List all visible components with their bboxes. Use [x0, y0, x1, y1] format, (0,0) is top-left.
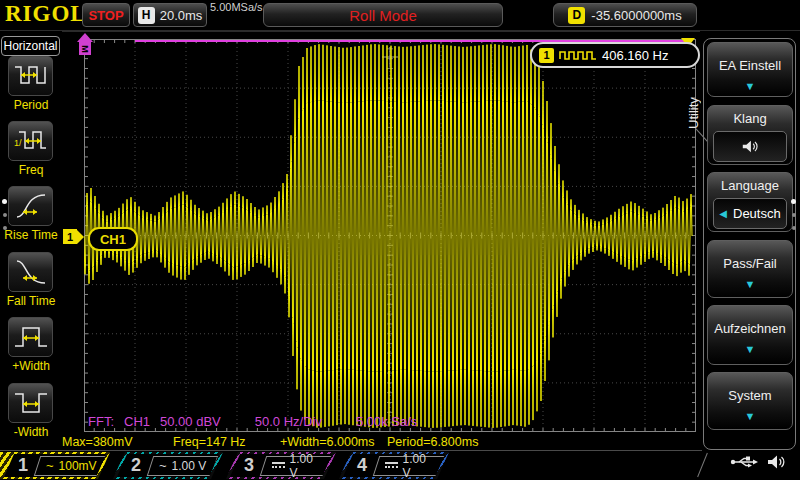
right-menu-page-dots	[791, 199, 796, 230]
fall-time-icon	[8, 252, 53, 292]
ch1-scale: 100mV	[59, 459, 97, 473]
measurement-pos-width: +Width=6.000ms	[280, 435, 375, 449]
math-trace-marker[interactable]: M	[76, 33, 94, 55]
ch2-scale: 1.00 V	[172, 459, 207, 473]
waveform-display	[84, 39, 696, 432]
ac-coupling-icon: ~	[46, 461, 54, 471]
speaker-icon	[741, 139, 759, 154]
run-stop-status[interactable]: STOP	[82, 3, 130, 27]
measurement-menu-title: Horizontal	[1, 36, 60, 56]
language-selector[interactable]: Deutsch	[713, 198, 787, 229]
trigger-source-icon: 1	[539, 48, 554, 63]
ch1-label-badge[interactable]: CH1	[88, 227, 138, 251]
top-status-bar: RIGOL STOP H 20.0ms 5.00MSa/s Roll Mode …	[0, 0, 800, 32]
left-menu-page-dots	[2, 199, 7, 230]
delay-value: -35.6000000ms	[591, 8, 681, 23]
measurement-period: Period=6.800ms	[387, 435, 478, 449]
freq-icon: 1/	[8, 121, 53, 161]
menu-item-neg-width[interactable]: -Width	[0, 383, 62, 443]
sound-toggle[interactable]	[713, 131, 787, 162]
pos-width-icon	[8, 317, 53, 357]
ch2-status[interactable]: 2 ~ 1.00 V	[113, 452, 223, 479]
ch3-status[interactable]: 3 1.00 V	[226, 452, 336, 479]
timebase-value: 20.0ms	[160, 8, 203, 23]
ch1-position-marker[interactable]: 1	[63, 229, 84, 244]
menu-item-pos-width[interactable]: +Width	[0, 317, 62, 377]
measurement-freq: Freq=147 Hz	[173, 435, 246, 449]
ch4-scale: 1.00 V	[403, 452, 436, 480]
ch3-scale: 1.00 V	[290, 452, 323, 480]
menu-button-ea-einstell[interactable]: EA Einstell	[707, 42, 793, 97]
acquisition-mode-indicator[interactable]: Roll Mode	[263, 3, 503, 27]
dc-coupling-icon	[272, 461, 285, 470]
menu-button-system[interactable]: System	[707, 372, 793, 430]
ac-coupling-icon: ~	[159, 461, 167, 471]
delay-key-icon: D	[568, 7, 585, 24]
chevron-down-icon	[708, 343, 792, 355]
horizontal-timebase-button[interactable]: H 20.0ms	[133, 3, 207, 27]
oscilloscope-screen: RIGOL STOP H 20.0ms 5.00MSa/s Roll Mode …	[0, 0, 800, 480]
chevron-down-icon	[708, 80, 792, 92]
dc-coupling-icon	[385, 461, 398, 470]
usb-icon	[730, 454, 758, 470]
chevron-down-icon	[708, 278, 792, 290]
measurement-results-row: Max=380mV Freq=147 Hz +Width=6.000ms Per…	[62, 435, 722, 449]
trigger-frequency-readout: 1 406.160 Hz	[530, 42, 700, 68]
math-up-arrow-icon	[77, 33, 93, 42]
neg-width-icon	[8, 383, 53, 423]
menu-button-pass-fail[interactable]: Pass/Fail	[707, 240, 793, 298]
menu-item-rise-time[interactable]: Rise Time	[0, 186, 62, 246]
square-wave-icon	[559, 49, 597, 61]
ch1-status[interactable]: 1 ~ 100mV	[0, 452, 110, 479]
menu-button-language[interactable]: Language Deutsch	[707, 172, 793, 232]
tab-utility[interactable]: Utility	[686, 51, 701, 129]
ch4-status[interactable]: 4 1.00 V	[339, 452, 449, 479]
measurement-max: Max=380mV	[62, 435, 133, 449]
chevron-down-icon	[708, 410, 792, 422]
h-key-icon: H	[138, 7, 155, 24]
svg-text:1/: 1/	[14, 138, 22, 148]
rigol-logo: RIGOL	[5, 1, 87, 27]
chevron-left-icon	[719, 208, 727, 219]
menu-item-freq[interactable]: 1/ Freq	[0, 121, 62, 181]
trigger-frequency-value: 406.160 Hz	[602, 48, 669, 63]
measurement-menu: Horizontal Period 1/ Freq	[0, 31, 62, 450]
system-status-icons	[730, 454, 786, 470]
speaker-icon	[766, 454, 786, 470]
channel-status-bar: 1 ~ 100mV 2 ~ 1.00 V 3 1.00 V	[0, 450, 702, 480]
delay-offset-button[interactable]: D -35.6000000ms	[553, 3, 697, 27]
fft-settings-readout: FFT: CH1 50.00 dBV 50.0 Hz/Div 5.00k Sa/…	[88, 414, 427, 429]
right-arrow-icon	[77, 230, 84, 244]
menu-button-aufzeichnen[interactable]: Aufzeichnen	[707, 305, 793, 365]
utility-menu: Utility EA Einstell Klang Language Deuts…	[700, 31, 800, 450]
menu-item-fall-time[interactable]: Fall Time	[0, 252, 62, 312]
sample-rate-readout: 5.00MSa/s	[210, 1, 263, 13]
menu-item-period[interactable]: Period	[0, 56, 62, 116]
menu-button-klang[interactable]: Klang	[707, 105, 793, 165]
rise-time-icon	[8, 186, 53, 226]
period-icon	[8, 56, 53, 96]
